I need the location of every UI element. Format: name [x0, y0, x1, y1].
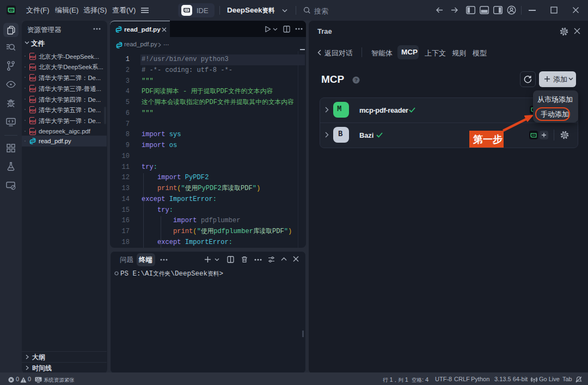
svg-text:?: ?: [354, 77, 358, 83]
